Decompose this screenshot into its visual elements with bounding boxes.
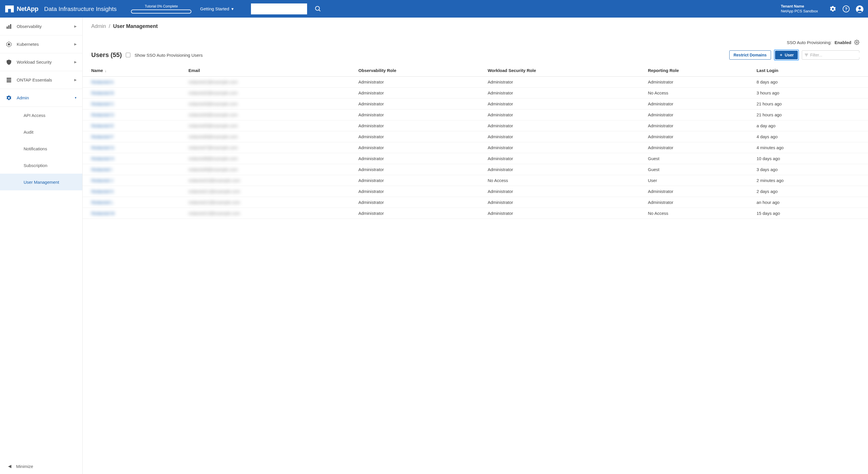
cell-observability-role: Administrator [355, 98, 485, 110]
cell-workload-security-role: Administrator [485, 131, 645, 142]
col-last-login[interactable]: Last Login [754, 64, 868, 77]
table-row[interactable]: Redacted B redacted2@example.com Adminis… [83, 88, 868, 98]
sidebar-item-ontap-essentials[interactable]: ONTAP Essentials ▶ [0, 71, 82, 89]
minimize-sidebar-button[interactable]: ◀ Minimize [0, 458, 82, 474]
cell-observability-role: Administrator [355, 175, 485, 186]
cell-email: redacted12@example.com [186, 197, 356, 208]
cell-email: redacted13@example.com [186, 208, 356, 219]
col-observability-role[interactable]: Observability Role [355, 64, 485, 77]
table-row[interactable]: Redacted F redacted6@example.com Adminis… [83, 131, 868, 142]
cell-last-login: 2 days ago [754, 186, 868, 197]
sidebar-item-workload-security[interactable]: Workload Security ▶ [0, 53, 82, 71]
cell-name[interactable]: Redacted E [83, 120, 186, 131]
sidebar-item-kubernetes[interactable]: Kubernetes ▶ [0, 35, 82, 53]
breadcrumb-current: User Management [113, 23, 158, 29]
cell-name[interactable]: Redacted H [83, 153, 186, 164]
cell-name[interactable]: Redacted F [83, 131, 186, 142]
add-user-button-highlight: ＋ User [774, 50, 799, 60]
col-name[interactable]: Name↓ [83, 64, 186, 77]
cell-workload-security-role: Administrator [485, 110, 645, 120]
col-reporting-role[interactable]: Reporting Role [645, 64, 753, 77]
sidebar-item-observability[interactable]: Observability ▶ [0, 18, 82, 35]
cell-name[interactable]: Redacted J [83, 175, 186, 186]
cell-name[interactable]: Redacted B [83, 88, 186, 98]
table-row[interactable]: Redacted J redacted10@example.com Admini… [83, 175, 868, 186]
cell-name[interactable]: Redacted A [83, 77, 186, 88]
brand-logo[interactable]: NetApp [5, 5, 38, 13]
table-row[interactable]: Redacted K redacted11@example.com Admini… [83, 186, 868, 197]
table-row[interactable]: Redacted D redacted4@example.com Adminis… [83, 110, 868, 120]
search-icon [315, 5, 321, 12]
cell-reporting-role: Administrator [645, 120, 753, 131]
cell-name[interactable]: Redacted I [83, 164, 186, 175]
table-row[interactable]: Redacted E redacted5@example.com Adminis… [83, 120, 868, 131]
cell-observability-role: Administrator [355, 131, 485, 142]
getting-started-dropdown[interactable]: Getting Started ▾ [200, 6, 234, 11]
col-workload-security-role[interactable]: Workload Security Role [485, 64, 645, 77]
global-search-input[interactable] [251, 3, 307, 14]
cell-email: redacted2@example.com [186, 88, 356, 98]
cell-observability-role: Administrator [355, 110, 485, 120]
cell-name[interactable]: Redacted L [83, 197, 186, 208]
search-button[interactable] [313, 4, 323, 14]
sidebar-sub-subscription[interactable]: Subscription [0, 157, 82, 174]
svg-rect-9 [7, 27, 8, 29]
cell-email: redacted7@example.com [186, 142, 356, 153]
help-icon[interactable]: ? [843, 5, 849, 12]
svg-text:?: ? [845, 6, 847, 11]
tutorial-progress[interactable]: Tutorial 0% Complete [131, 4, 191, 13]
cell-name[interactable]: Redacted G [83, 142, 186, 153]
add-user-label: User [785, 53, 794, 57]
sso-settings-gear-icon[interactable] [854, 40, 859, 45]
cell-reporting-role: Administrator [645, 77, 753, 88]
sidebar-item-label: Admin [17, 95, 29, 100]
add-user-button[interactable]: ＋ User [775, 51, 798, 59]
cell-email: redacted11@example.com [186, 186, 356, 197]
cell-reporting-role: Administrator [645, 186, 753, 197]
sidebar-sub-audit[interactable]: Audit [0, 123, 82, 140]
chevron-right-icon: ▶ [74, 60, 76, 64]
cell-workload-security-role: Administrator [485, 186, 645, 197]
svg-rect-16 [7, 81, 11, 82]
minimize-label: Minimize [16, 464, 33, 469]
gear-icon [6, 95, 12, 101]
cell-name[interactable]: Redacted C [83, 98, 186, 110]
table-row[interactable]: Redacted I redacted9@example.com Adminis… [83, 164, 868, 175]
table-row[interactable]: Redacted C redacted3@example.com Adminis… [83, 98, 868, 110]
plus-icon: ＋ [779, 52, 783, 58]
cell-observability-role: Administrator [355, 208, 485, 219]
user-avatar-icon[interactable] [856, 5, 863, 12]
table-row[interactable]: Redacted M redacted13@example.com Admini… [83, 208, 868, 219]
svg-point-17 [856, 42, 858, 43]
cell-name[interactable]: Redacted M [83, 208, 186, 219]
svg-rect-10 [8, 25, 9, 29]
filter-input[interactable] [810, 53, 861, 57]
breadcrumb-parent[interactable]: Admin [91, 23, 106, 29]
table-row[interactable]: Redacted A redacted1@example.com Adminis… [83, 77, 868, 88]
sidebar-sub-notifications[interactable]: Notifications [0, 140, 82, 157]
cell-workload-security-role: Administrator [485, 77, 645, 88]
cell-reporting-role: Administrator [645, 131, 753, 142]
chevron-right-icon: ▶ [74, 25, 76, 28]
table-row[interactable]: Redacted G redacted7@example.com Adminis… [83, 142, 868, 153]
svg-point-3 [315, 6, 319, 10]
filter-input-wrapper[interactable] [802, 50, 859, 60]
sidebar-sub-api-access[interactable]: API Access [0, 107, 82, 123]
users-toolbar: Users (55) Show SSO Auto Provisioning Us… [83, 47, 868, 64]
cell-reporting-role: Guest [645, 164, 753, 175]
sidebar-sub-user-management[interactable]: User Management [0, 174, 82, 190]
show-sso-users-checkbox[interactable] [126, 53, 130, 57]
cell-last-login: 2 minutes ago [754, 175, 868, 186]
cell-workload-security-role: Administrator [485, 208, 645, 219]
col-email[interactable]: Email [186, 64, 356, 77]
cell-reporting-role: No Access [645, 208, 753, 219]
table-row[interactable]: Redacted H redacted8@example.com Adminis… [83, 153, 868, 164]
cell-name[interactable]: Redacted K [83, 186, 186, 197]
settings-gear-icon[interactable] [830, 5, 836, 12]
sso-value: Enabled [835, 40, 851, 45]
restrict-domains-button[interactable]: Restrict Domains [729, 50, 771, 60]
table-row[interactable]: Redacted L redacted12@example.com Admini… [83, 197, 868, 208]
cell-name[interactable]: Redacted D [83, 110, 186, 120]
cell-reporting-role: Administrator [645, 98, 753, 110]
sidebar-item-admin[interactable]: Admin ▾ [0, 89, 82, 107]
